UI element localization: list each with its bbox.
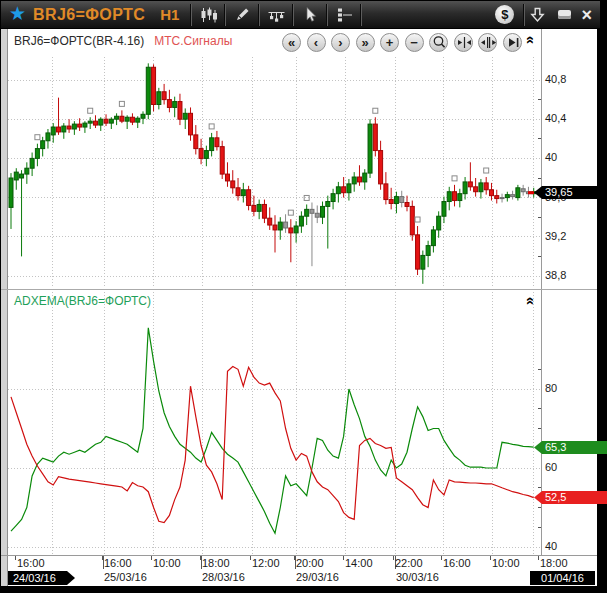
time-tick-label: 10:00 (153, 557, 181, 569)
scroll-left-button[interactable]: ‹ (307, 33, 326, 52)
zoom-box-button[interactable] (429, 33, 448, 52)
price-axis-line (541, 29, 542, 555)
separator (292, 4, 294, 26)
separator (326, 4, 328, 26)
collapse-adx-panel-icon[interactable]: « (524, 294, 538, 308)
close-icon[interactable]: × (581, 6, 592, 24)
date-tick-label: 29/03/16 (296, 571, 339, 583)
date-tick-label: 25/03/16 (104, 571, 147, 583)
zoom-out-button[interactable]: − (405, 33, 424, 52)
end-date-badge: 01/04/16 (530, 571, 595, 585)
separator (190, 4, 192, 26)
scroll-right-button[interactable]: › (331, 33, 350, 52)
favorite-star-icon: ★ (9, 2, 26, 25)
instrument-label: BRJ6=ФОРТС(BR-4.16) (14, 34, 144, 48)
dollar-icon[interactable]: $ (495, 5, 514, 24)
time-tick-label: 18:00 (202, 557, 230, 569)
time-axis-line (1, 555, 597, 556)
trade-signals-overlay-icon[interactable] (261, 3, 291, 27)
separator (360, 4, 362, 26)
separator (258, 4, 260, 26)
chart-type-candles-icon[interactable] (193, 3, 223, 27)
time-tick-label: 16:00 (17, 557, 45, 569)
chart-window: ★ BRJ6=ФОРТС H1 $ × (0, 0, 607, 593)
current-price-badge: 39,65 (534, 186, 607, 199)
indicator-levels-icon[interactable] (329, 3, 359, 27)
price-tick-label: 40,4 (545, 112, 566, 124)
time-tick-label: 14:00 (345, 557, 373, 569)
cursor-pointer-icon[interactable] (295, 3, 325, 27)
price-tick-label: 39,2 (545, 230, 566, 242)
minimize-icon[interactable] (558, 10, 571, 19)
signals-label: МТС.Сигналы (154, 34, 232, 48)
time-tick-label: 10:00 (492, 557, 520, 569)
time-tick-label: 16:00 (443, 557, 471, 569)
adx-tick-label: 60 (545, 461, 557, 473)
scroll-fast-left-button[interactable]: « (282, 33, 301, 52)
date-tick-label: 28/03/16 (202, 571, 245, 583)
go-to-end-button[interactable] (503, 33, 522, 52)
price-tick-label: 40,8 (545, 73, 566, 85)
expand-scale-button[interactable] (478, 33, 497, 52)
price-tick-label: 38,8 (545, 269, 566, 281)
separator (224, 4, 226, 26)
price-tick-label: 40 (545, 151, 557, 163)
window-title-symbol: BRJ6=ФОРТС (33, 6, 145, 24)
adx-tick-label: 80 (545, 382, 557, 394)
titlebar[interactable]: ★ BRJ6=ФОРТС H1 $ × (1, 1, 600, 28)
adx-panel-header: ADXEMA(BRJ6=ФОРТС) (14, 294, 151, 308)
adx-tick-label: 40 (545, 540, 557, 552)
collapse-price-panel-icon[interactable]: « (524, 33, 538, 47)
start-date-badge: 24/03/16 (8, 571, 75, 585)
zoom-in-button[interactable]: + (380, 33, 399, 52)
time-tick-label: 20:00 (296, 557, 324, 569)
separator (523, 4, 525, 26)
time-tick-label: 22:00 (395, 557, 423, 569)
time-tick-label: 16:00 (104, 557, 132, 569)
date-tick-label: 30/03/16 (396, 571, 439, 583)
panel-divider[interactable] (1, 289, 597, 290)
adx-red-value-badge: 52,5 (534, 491, 607, 504)
download-arrow-icon[interactable] (526, 3, 548, 27)
price-panel-header: BRJ6=ФОРТС(BR-4.16)МТС.Сигналы (14, 34, 232, 48)
adx-green-value-badge: 65,3 (534, 441, 607, 454)
timeframe-label: H1 (160, 6, 179, 23)
time-tick-label: 12:00 (252, 557, 280, 569)
scroll-fast-right-button[interactable]: » (356, 33, 375, 52)
compress-scale-button[interactable] (454, 33, 473, 52)
adx-indicator-label: ADXEMA(BRJ6=ФОРТС) (14, 294, 151, 308)
draw-pencil-icon[interactable] (227, 3, 257, 27)
time-tick-label: 18:00 (540, 557, 568, 569)
